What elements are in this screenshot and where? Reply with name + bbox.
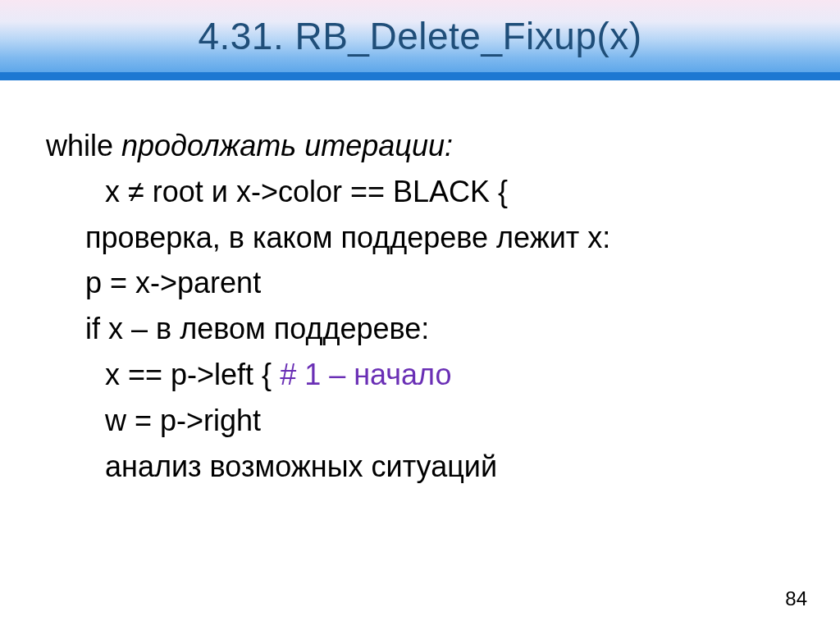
assign-w: w = p->right [105, 404, 261, 437]
code-line-6: x == p->left { # 1 – начало [46, 352, 784, 398]
title-band: 4.31. RB_Delete_Fixup(x) [0, 0, 840, 72]
subtree-check: проверка, в каком поддереве лежит x: [85, 221, 610, 254]
code-line-2: x ≠ root и x->color == BLACK { [46, 169, 784, 215]
title-divider [0, 72, 840, 80]
code-line-8: анализ возможных ситуаций [46, 444, 784, 490]
slide-body: while продолжать итерации: x ≠ root и x-… [46, 123, 784, 489]
if-left-subtree: if x – в левом поддереве: [85, 312, 429, 345]
page-number: 84 [785, 587, 807, 610]
while-desc: продолжать итерации [113, 129, 445, 162]
code-line-3: проверка, в каком поддереве лежит x: [46, 215, 784, 261]
block-comment: # 1 – начало [280, 358, 451, 391]
slide-title: 4.31. RB_Delete_Fixup(x) [198, 14, 641, 58]
assign-parent: p = x->parent [85, 266, 261, 299]
code-line-7: w = p->right [46, 398, 784, 444]
analysis-text: анализ возможных ситуаций [105, 450, 497, 483]
while-cond: x ≠ root и x->color == BLACK { [105, 175, 508, 208]
while-keyword: while [46, 129, 113, 162]
while-colon: : [445, 129, 453, 162]
code-line-5: if x – в левом поддереве: [46, 306, 784, 352]
slide: 4.31. RB_Delete_Fixup(x) while продолжат… [0, 0, 840, 630]
if-cond: x == p->left { [105, 358, 280, 391]
code-line-4: p = x->parent [46, 260, 784, 306]
code-line-1: while продолжать итерации: [46, 123, 784, 169]
